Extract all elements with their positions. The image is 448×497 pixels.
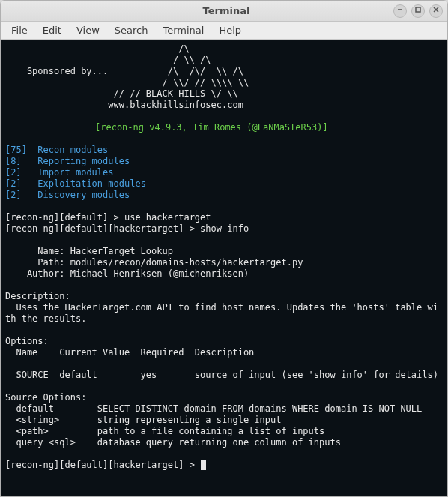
ascii-line: /\	[5, 43, 190, 54]
menu-view[interactable]: View	[69, 22, 107, 38]
source-option-row: <string> string representing a single in…	[5, 415, 281, 425]
ascii-line: / \\ /\	[5, 55, 211, 65]
terminal-window: Terminal File Edit View Search Ter	[0, 0, 448, 497]
source-option-row: default SELECT DISTINCT domain FROM doma…	[5, 403, 422, 414]
prompt: [recon-ng][default][hackertarget] >	[5, 223, 200, 234]
module-count: [2]	[5, 178, 22, 189]
menu-file[interactable]: File	[4, 22, 35, 38]
banner-line: [recon-ng v4.9.3, Tim Romes (@LaNMaSTeR5…	[5, 122, 328, 133]
close-icon	[432, 6, 440, 16]
description-header: Description:	[5, 291, 70, 301]
module-count: [2]	[5, 167, 22, 178]
source-option-row: <path> path to a file containing a list …	[5, 426, 324, 436]
info-name-label: Name:	[5, 246, 70, 256]
module-label: Reporting modules	[22, 156, 130, 166]
module-label: Exploitation modules	[22, 178, 146, 189]
options-row: SOURCE default yes source of input (see …	[5, 370, 438, 380]
svg-rect-1	[416, 7, 420, 12]
maximize-icon	[414, 6, 422, 16]
module-count: [8]	[5, 156, 22, 166]
info-name-value: HackerTarget Lookup	[70, 246, 173, 256]
titlebar: Terminal	[1, 1, 447, 22]
description-body: Uses the HackerTarget.com API to find ho…	[5, 302, 438, 324]
info-author-value: Michael Henriksen (@michenriksen)	[70, 268, 249, 279]
module-label: Import modules	[22, 167, 114, 178]
menubar: File Edit View Search Terminal Help	[1, 22, 447, 40]
info-author-label: Author:	[5, 268, 70, 279]
close-button[interactable]	[429, 4, 443, 18]
minimize-icon	[396, 6, 404, 16]
maximize-button[interactable]	[411, 4, 425, 18]
options-columns: Name Current Value Required Description	[5, 347, 254, 358]
source-options-header: Source Options:	[5, 392, 86, 403]
ascii-line: / \\/ // \\\\ \\	[5, 77, 249, 88]
menu-search[interactable]: Search	[107, 22, 156, 38]
module-count: [75]	[5, 145, 27, 155]
menu-terminal[interactable]: Terminal	[155, 22, 211, 38]
menu-edit[interactable]: Edit	[35, 22, 69, 38]
info-path-label: Path:	[5, 257, 70, 268]
ascii-line: Sponsored by... /\ /\/ \\ /\	[5, 66, 243, 76]
minimize-button[interactable]	[393, 4, 407, 18]
user-command: use hackertarget	[124, 212, 211, 223]
prompt: [recon-ng][default][hackertarget] >	[5, 460, 200, 470]
module-label: Recon modules	[27, 145, 108, 155]
prompt: [recon-ng][default] >	[5, 212, 124, 223]
module-label: Discovery modules	[22, 190, 130, 200]
options-separator: ------ ------------- -------- ----------…	[5, 358, 254, 369]
ascii-line: // // BLACK HILLS \/ \\	[5, 88, 238, 99]
cursor-block	[201, 460, 206, 470]
user-command: show info	[200, 223, 249, 234]
terminal-output[interactable]: /\ / \\ /\ Sponsored by... /\ /\/ \\ /\ …	[1, 40, 447, 496]
source-option-row: query <sql> database query returning one…	[5, 437, 341, 448]
ascii-line: www.blackhillsinfosec.com	[5, 100, 243, 110]
window-title: Terminal	[59, 5, 393, 16]
menu-help[interactable]: Help	[211, 22, 249, 38]
options-header: Options:	[5, 336, 49, 346]
info-path-value: modules/recon/domains-hosts/hackertarget…	[70, 257, 303, 268]
module-count: [2]	[5, 190, 22, 200]
window-controls	[393, 4, 443, 18]
